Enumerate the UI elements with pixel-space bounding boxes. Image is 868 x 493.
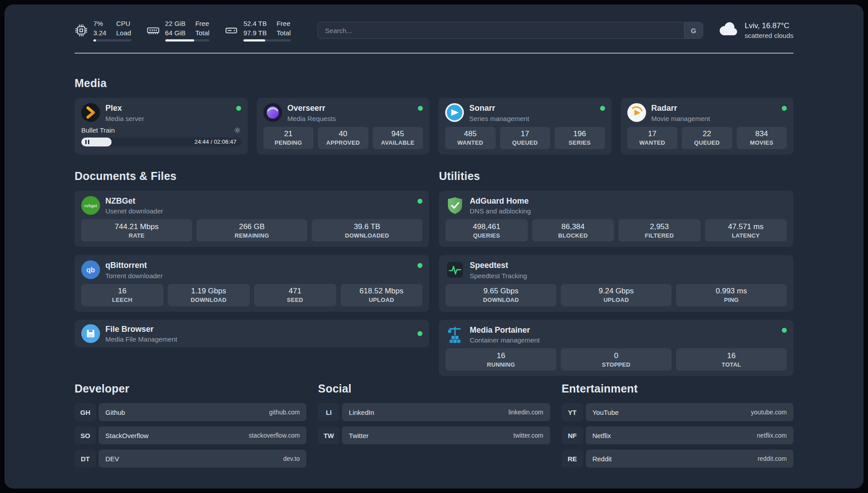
- stat-label: APPROVED: [326, 139, 360, 146]
- search-bar[interactable]: G: [317, 22, 703, 39]
- stat-label: WANTED: [639, 139, 665, 146]
- bookmark-link[interactable]: StackOverflow stackoverflow.com: [99, 426, 306, 444]
- service-name: Media Portainer: [470, 326, 540, 335]
- stat-box: 196 SERIES: [555, 127, 605, 149]
- cpu-label-bottom: Load: [116, 29, 131, 38]
- service-name: Sonarr: [469, 104, 529, 113]
- bookmark-link[interactable]: Netflix netflix.com: [586, 426, 793, 444]
- bookmark-github[interactable]: GH Github github.com: [75, 403, 306, 421]
- service-card-nzbget[interactable]: nzbget NZBGet Usenet downloader 744.21 M…: [75, 191, 429, 247]
- bookmark-url: reddit.com: [758, 455, 787, 462]
- gear-icon[interactable]: [234, 126, 241, 134]
- cpu-usage-value: 7%: [93, 19, 106, 28]
- overseerr-icon: [263, 103, 282, 122]
- memory-icon: [146, 24, 160, 37]
- service-card-filebrowser[interactable]: File Browser Media File Management: [75, 320, 429, 348]
- bookmark-name: Reddit: [593, 455, 612, 463]
- service-name: qBittorrent: [105, 261, 163, 271]
- qbittorrent-icon: qb: [81, 260, 100, 279]
- bookmark-link[interactable]: Twitter twitter.com: [342, 426, 550, 444]
- service-subtitle: Media File Management: [105, 335, 177, 343]
- service-stats: 744.21 Mbps RATE 266 GB REMAINING 39.6 T…: [81, 219, 422, 242]
- bookmark-dev[interactable]: DT DEV dev.to: [75, 450, 306, 468]
- section-title-developer: Developer: [75, 382, 306, 395]
- bookmarks-entertainment: Entertainment YT YouTube youtube.com NF …: [562, 382, 793, 468]
- stat-value: 0.993 ms: [716, 287, 747, 296]
- stat-value: 2,953: [650, 222, 669, 231]
- service-card-overseerr[interactable]: Overseerr Media Requests 21 PENDING 40 A…: [257, 98, 430, 155]
- bookmark-stackoverflow[interactable]: SO StackOverflow stackoverflow.com: [75, 426, 306, 444]
- stat-value: 21: [284, 130, 292, 138]
- stat-value: 16: [118, 287, 126, 296]
- service-stats: 485 WANTED 17 QUEUED 196 SERIES: [445, 127, 605, 149]
- bookmark-link[interactable]: YouTube youtube.com: [586, 403, 793, 421]
- plex-icon: [81, 103, 100, 122]
- stat-label: PENDING: [275, 139, 302, 146]
- stat-value: 0: [614, 351, 618, 360]
- bookmark-url: netflix.com: [757, 432, 787, 439]
- bookmarks-social: Social LI LinkedIn linkedin.com TW Twitt…: [318, 382, 550, 468]
- bookmark-link[interactable]: Reddit reddit.com: [586, 450, 793, 468]
- radarr-icon: [627, 103, 646, 122]
- bookmark-name: Netflix: [593, 432, 611, 439]
- stat-value: 86,384: [561, 222, 584, 231]
- service-card-speedtest[interactable]: Speedtest Speedtest Tracking 9.65 Gbps D…: [439, 255, 793, 312]
- stat-value: 618.52 Mbps: [359, 287, 403, 296]
- cpu-load-value: 3.24: [93, 29, 106, 38]
- service-stats: 16 RUNNING 0 STOPPED 16 TOTAL: [446, 348, 787, 371]
- stat-value: 498,461: [473, 222, 500, 231]
- service-card-plex[interactable]: Plex Media server Bullet Train: [75, 98, 248, 155]
- bookmark-name: StackOverflow: [105, 432, 149, 439]
- bookmark-url: dev.to: [283, 455, 300, 462]
- bookmark-twitter[interactable]: TW Twitter twitter.com: [318, 426, 550, 444]
- stat-box: 945 AVAILABLE: [373, 127, 423, 149]
- search-provider-button[interactable]: G: [684, 22, 703, 38]
- bookmark-link[interactable]: DEV dev.to: [99, 450, 306, 468]
- stat-value: 16: [727, 351, 736, 360]
- service-stats: 498,461 QUERIES 86,384 BLOCKED 2,953 FIL…: [446, 219, 787, 242]
- service-card-portainer[interactable]: Media Portainer Container management 16 …: [439, 320, 793, 376]
- stat-box: 498,461 QUERIES: [446, 219, 528, 242]
- cpu-chip-icon: [75, 24, 88, 37]
- service-name: Plex: [105, 104, 144, 113]
- bookmark-linkedin[interactable]: LI LinkedIn linkedin.com: [318, 403, 550, 421]
- service-card-radarr[interactable]: Radarr Movie management 17 WANTED 22 QUE…: [621, 98, 794, 155]
- playback-progress-bar[interactable]: 24:44 / 02:06:47: [81, 138, 241, 146]
- stat-box: 21 PENDING: [263, 127, 314, 149]
- status-dot: [600, 106, 605, 111]
- pause-icon[interactable]: [85, 140, 89, 144]
- service-subtitle: Torrent downloader: [105, 272, 163, 280]
- disk-free-value: 52.4 TB: [243, 19, 267, 28]
- stat-box: 834 MOVIES: [737, 127, 787, 149]
- bookmark-youtube[interactable]: YT YouTube youtube.com: [562, 403, 793, 421]
- search-input[interactable]: [318, 27, 684, 34]
- stat-value: 485: [464, 130, 476, 138]
- stat-label: RATE: [129, 232, 145, 239]
- bookmark-reddit[interactable]: RE Reddit reddit.com: [562, 450, 793, 468]
- status-dot: [418, 106, 423, 111]
- bookmark-abbr: GH: [75, 403, 96, 421]
- weather-location: Lviv, 16.87°C: [745, 21, 793, 30]
- bookmark-url: linkedin.com: [509, 409, 543, 416]
- service-card-qbittorrent[interactable]: qb qBittorrent Torrent downloader 16 LEE…: [75, 255, 429, 312]
- bookmark-link[interactable]: LinkedIn linkedin.com: [342, 403, 550, 421]
- bookmark-abbr: LI: [318, 403, 339, 421]
- service-subtitle: Series management: [469, 115, 529, 122]
- stat-value: 22: [703, 130, 711, 138]
- stat-value: 47.571 ms: [728, 222, 764, 231]
- bookmark-netflix[interactable]: NF Netflix netflix.com: [562, 426, 793, 444]
- section-media: Media Plex Media server: [75, 77, 793, 155]
- bookmark-link[interactable]: Github github.com: [99, 403, 306, 421]
- section-title-entertainment: Entertainment: [562, 382, 793, 395]
- service-card-adguard[interactable]: AdGuard Home DNS and adblocking 498,461 …: [439, 191, 793, 247]
- stat-label: QUEUED: [694, 139, 720, 146]
- disk-stat-widget: 52.4 TB Free 97.9 TB Total: [225, 19, 291, 42]
- service-card-sonarr[interactable]: Sonarr Series management 485 WANTED 17 Q…: [438, 98, 612, 155]
- header-divider: [75, 53, 793, 54]
- service-subtitle: Media server: [105, 115, 144, 122]
- bookmark-name: Github: [105, 409, 125, 416]
- stat-value: 40: [339, 130, 347, 138]
- bookmark-abbr: TW: [318, 426, 339, 444]
- stat-value: 1.19 Gbps: [191, 287, 226, 296]
- service-name: NZBGet: [105, 196, 163, 206]
